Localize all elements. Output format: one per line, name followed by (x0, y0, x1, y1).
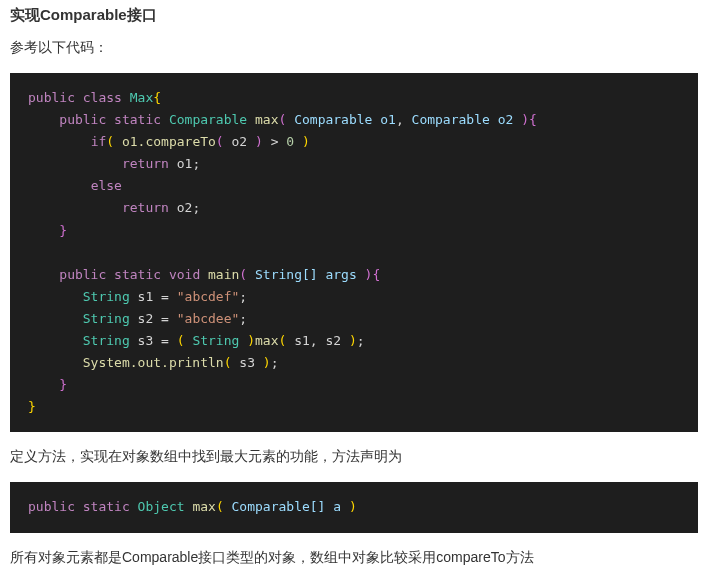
kw-static: static (83, 499, 130, 514)
kw-class: class (83, 90, 122, 105)
kw-public: public (59, 267, 106, 282)
kw-return: return (122, 156, 169, 171)
str-s2: "abcdee" (177, 311, 240, 326)
cast-type: String (192, 333, 239, 348)
op-assign: = (161, 289, 169, 304)
kw-else: else (91, 178, 122, 193)
kw-if: if (91, 134, 107, 149)
code-block-main: public class Max{ public static Comparab… (10, 73, 698, 432)
arg-o2: o2 (232, 134, 248, 149)
kw-return: return (122, 200, 169, 215)
return-type: Comparable (169, 112, 247, 127)
param-args-name: args (325, 267, 356, 282)
type-string: String (83, 333, 130, 348)
definition-paragraph: 定义方法，实现在对象数组中找到最大元素的功能，方法声明为 (10, 448, 698, 466)
call-println: System.out.println (83, 355, 224, 370)
kw-public: public (28, 499, 75, 514)
str-s1: "abcdef" (177, 289, 240, 304)
param-array: Comparable[] a (232, 499, 342, 514)
var-s2: s2 (138, 311, 154, 326)
kw-void: void (169, 267, 200, 282)
arg-s3: s3 (239, 355, 255, 370)
kw-public: public (59, 112, 106, 127)
call-compareTo: o1.compareTo (122, 134, 216, 149)
intro-paragraph: 参考以下代码： (10, 39, 698, 57)
param-o2: Comparable o2 (412, 112, 514, 127)
arg-s1: s1 (294, 333, 310, 348)
ret-o1: o1 (177, 156, 193, 171)
class-name: Max (130, 90, 153, 105)
tail-paragraph-1: 所有对象元素都是Comparable接口类型的对象，数组中对象比较采用compa… (10, 549, 698, 567)
section-title: 实现Comparable接口 (10, 6, 698, 25)
op-gt: > (271, 134, 279, 149)
fn-max: max (255, 112, 278, 127)
arg-s2: s2 (325, 333, 341, 348)
fn-main: main (208, 267, 239, 282)
type-object: Object (138, 499, 185, 514)
var-s1: s1 (138, 289, 154, 304)
type-string: String (83, 311, 130, 326)
type-string: String (83, 289, 130, 304)
num-zero: 0 (286, 134, 294, 149)
var-s3: s3 (138, 333, 154, 348)
param-o1: Comparable o1 (294, 112, 396, 127)
kw-static: static (114, 267, 161, 282)
kw-public: public (28, 90, 75, 105)
call-max: max (255, 333, 278, 348)
param-args-type: String[] (255, 267, 318, 282)
code-block-signature: public static Object max( Comparable[] a… (10, 482, 698, 532)
fn-max: max (192, 499, 215, 514)
kw-static: static (114, 112, 161, 127)
ret-o2: o2 (177, 200, 193, 215)
op-assign: = (161, 311, 169, 326)
op-assign: = (161, 333, 169, 348)
